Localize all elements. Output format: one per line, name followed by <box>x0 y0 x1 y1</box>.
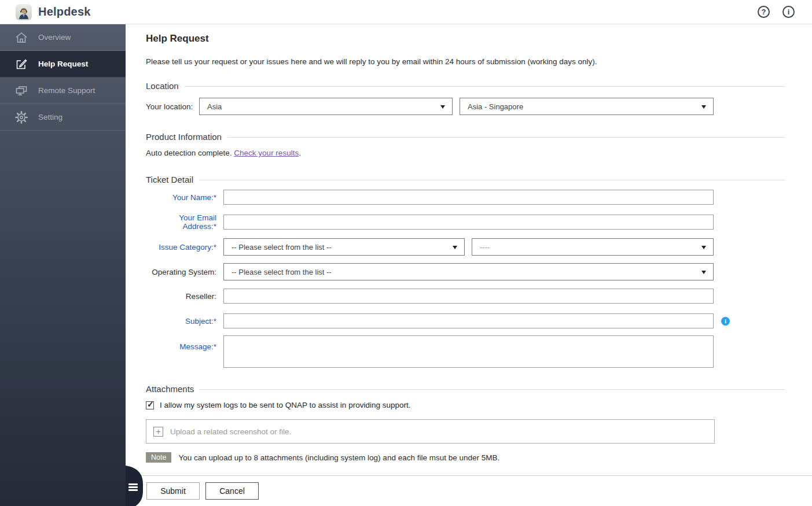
info-icon[interactable]: i <box>782 6 795 18</box>
sidebar-item-setting[interactable]: Setting <box>0 104 126 131</box>
email-input[interactable] <box>223 215 714 230</box>
subregion-select[interactable]: Asia - Singapore <box>460 98 714 115</box>
form-footer: Submit Cancel <box>126 475 812 506</box>
note-row: Note You can upload up to 8 attachments … <box>146 452 785 463</box>
section-product-information: Product Information <box>146 132 785 142</box>
chevron-down-icon <box>440 105 445 109</box>
sidebar-item-label: Setting <box>38 113 63 121</box>
home-icon <box>15 32 28 43</box>
system-log-checkbox[interactable]: ✓ <box>146 401 154 409</box>
sidebar-item-label: Overview <box>38 33 71 42</box>
message-row: Message:* <box>146 335 785 368</box>
sidebar: Overview Help Request Remote Support <box>0 24 126 506</box>
region-select-value: Asia <box>207 102 222 111</box>
operating-system-select[interactable]: -- Please select from the list -- <box>223 263 714 280</box>
subject-row: Subject:* i <box>146 313 785 328</box>
operating-system-row: Operating System: -- Please select from … <box>146 263 785 280</box>
region-select[interactable]: Asia <box>199 98 453 115</box>
upload-placeholder: Upload a related screenshot or file. <box>170 427 291 436</box>
name-input[interactable] <box>223 190 714 205</box>
section-heading: Ticket Detail <box>146 175 193 184</box>
email-label: Your Email Address:* <box>146 213 216 231</box>
operating-system-value: -- Please select from the list -- <box>232 268 332 276</box>
issue-category-row: Issue Category:* -- Please select from t… <box>146 238 785 256</box>
subject-input[interactable] <box>223 313 714 328</box>
helpdesk-logo-icon <box>16 4 32 20</box>
header-actions: ? i <box>758 6 795 18</box>
help-request-page: Help Request Please tell us your request… <box>126 24 812 475</box>
sidebar-item-help-request[interactable]: Help Request <box>0 51 126 77</box>
sidebar-item-label: Remote Support <box>38 86 95 95</box>
section-divider <box>200 389 785 390</box>
help-icon[interactable]: ? <box>758 6 770 18</box>
page-title: Help Request <box>146 33 785 45</box>
monitors-icon <box>15 85 28 97</box>
gear-icon <box>15 111 28 124</box>
name-label: Your Name:* <box>146 193 216 202</box>
issue-subcategory-select[interactable]: ---- <box>472 238 714 256</box>
reseller-row: Reseller: <box>146 289 785 304</box>
section-location: Location <box>146 81 785 91</box>
hamburger-icon <box>128 483 138 493</box>
reseller-input[interactable] <box>223 289 714 304</box>
sidebar-item-label: Help Request <box>38 60 88 68</box>
auto-detection-status: Auto detection complete. Check your resu… <box>146 149 785 157</box>
chevron-down-icon <box>701 246 706 249</box>
issue-subcategory-value: ---- <box>480 243 490 252</box>
location-row: Your location: Asia Asia - Singapore <box>146 98 785 115</box>
issue-category-value: -- Please select from the list -- <box>232 243 332 252</box>
system-log-consent-row: ✓ I allow my system logs to be sent to Q… <box>146 401 785 409</box>
status-text: Auto detection complete. <box>146 149 234 157</box>
section-heading: Product Information <box>146 132 222 142</box>
message-label: Message:* <box>146 342 216 351</box>
plus-icon: + <box>153 427 163 437</box>
edit-icon <box>15 58 28 70</box>
check-icon: ✓ <box>147 400 154 409</box>
cancel-button[interactable]: Cancel <box>205 482 259 500</box>
subregion-select-value: Asia - Singapore <box>468 102 523 111</box>
name-row: Your Name:* <box>146 190 785 205</box>
page-subtitle: Please tell us your request or your issu… <box>146 57 785 66</box>
issue-category-label: Issue Category:* <box>146 243 216 252</box>
attachment-upload-dropzone[interactable]: + Upload a related screenshot or file. <box>146 419 715 444</box>
sidebar-item-overview[interactable]: Overview <box>0 24 126 51</box>
section-attachments: Attachments <box>146 384 785 394</box>
email-row: Your Email Address:* <box>146 213 785 231</box>
sidebar-collapse-handle[interactable] <box>126 466 144 506</box>
reseller-label: Reseller: <box>146 292 216 301</box>
chevron-down-icon <box>701 105 706 109</box>
note-badge: Note <box>146 452 171 463</box>
submit-button[interactable]: Submit <box>146 482 200 500</box>
location-label: Your location: <box>146 102 199 111</box>
subject-label: Subject:* <box>146 317 216 326</box>
issue-category-select[interactable]: -- Please select from the list -- <box>223 238 465 256</box>
section-ticket-detail: Ticket Detail <box>146 175 785 184</box>
chevron-down-icon <box>701 271 706 274</box>
note-text: You can upload up to 8 attachments (incl… <box>178 453 499 462</box>
section-heading: Attachments <box>146 384 194 394</box>
subject-info-icon[interactable]: i <box>721 317 730 326</box>
app-title: Helpdesk <box>38 5 91 19</box>
status-suffix: . <box>299 149 301 157</box>
sidebar-item-remote-support[interactable]: Remote Support <box>0 77 126 104</box>
section-divider <box>227 137 785 138</box>
helpdesk-window: Helpdesk ? i Overview <box>0 0 812 506</box>
system-log-consent-label: I allow my system logs to be sent to QNA… <box>160 401 410 409</box>
message-textarea[interactable] <box>223 335 714 368</box>
section-divider <box>185 86 785 87</box>
chevron-down-icon <box>453 246 457 249</box>
operating-system-label: Operating System: <box>146 268 216 276</box>
app-header: Helpdesk ? i <box>0 0 812 24</box>
section-heading: Location <box>146 81 179 91</box>
section-divider <box>199 180 785 180</box>
check-results-link[interactable]: Check your results <box>234 149 299 157</box>
